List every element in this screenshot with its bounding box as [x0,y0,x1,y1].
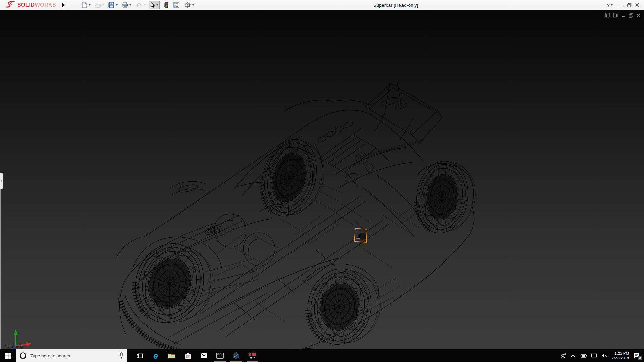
restore-button[interactable] [625,1,633,9]
solidworks-2017-button[interactable]: SW 2017 [244,349,260,362]
view-orientation-label: *Dimetric [5,344,23,349]
titlebar: SOLIDWORKS [0,0,644,10]
taskbar-search[interactable] [16,349,127,362]
select-cursor-icon [150,2,155,8]
edge-button[interactable]: e [148,349,164,362]
right-triangle-icon [62,3,65,7]
search-input[interactable] [30,353,119,358]
selection-corner-handle [355,228,356,229]
solidworks-logo: SOLIDWORKS [0,0,56,10]
featuremanager-collapsed-tab[interactable] [0,173,3,189]
wireframe-car-model[interactable] [0,10,644,349]
chevron-down-icon[interactable] [116,4,118,6]
rear-left-wheel [299,263,386,349]
file-explorer-icon [168,353,175,359]
tray-time: 1:21 PM [612,351,629,356]
window-title: Supercar [Read-only] [373,0,418,10]
doc-minimize-icon[interactable] [621,13,626,17]
panel-splitter-edge[interactable] [0,173,1,349]
mail-button[interactable] [196,349,212,362]
chevron-down-icon [144,4,146,6]
display-pane-left-icon[interactable] [605,13,610,18]
gear-icon [184,2,191,8]
traffic-light-icon [164,2,168,8]
chevron-down-icon[interactable] [89,4,91,6]
solidworks-2017-icon: SW 2017 [248,352,257,359]
open-folder-icon [95,2,101,8]
command-prompt-button[interactable]: C:\_ [212,349,228,362]
people-icon[interactable] [560,353,566,359]
undo-button[interactable] [135,1,147,9]
battery-icon[interactable] [580,354,587,358]
chevron-down-icon[interactable] [611,4,613,6]
tray-clock[interactable]: 1:21 PM 7/23/2018 [612,351,629,360]
menu-expand-button[interactable] [60,1,67,9]
chevron-down-icon[interactable] [156,4,158,6]
file-properties-icon [173,2,179,8]
chevron-down-icon[interactable] [129,4,131,6]
rebuild-button[interactable] [163,1,169,9]
network-icon[interactable] [591,353,597,358]
restore-icon [627,3,632,7]
tray-date: 7/23/2018 [612,356,629,360]
front-right-wheel [251,132,332,224]
doc-close-icon[interactable] [636,13,641,17]
windows-taskbar: e C:\_ [0,349,644,362]
main-toolbar [79,0,196,10]
new-document-button[interactable] [80,1,92,9]
close-button[interactable] [633,1,641,9]
hexagon-app-icon [233,352,240,359]
select-tool-button[interactable] [149,1,160,9]
tray-chevron-up-icon[interactable] [571,354,575,357]
open-document-button[interactable] [94,1,105,9]
task-view-icon [137,353,143,359]
undo-arrow-icon [136,2,142,8]
close-icon [635,3,639,7]
options-button[interactable] [183,1,195,9]
task-view-button[interactable] [131,349,148,362]
minimize-icon [619,3,623,7]
store-button[interactable] [180,349,196,362]
panel-tab-grip-icon [1,180,2,182]
save-floppy-icon [108,2,114,8]
file-explorer-button[interactable] [164,349,180,362]
window-controls: ? [606,0,641,10]
command-prompt-icon: C:\_ [216,353,224,359]
taskbar-apps: e C:\_ [131,349,260,362]
edge-icon: e [153,352,158,360]
solidworks-logo-mark-icon [5,1,15,9]
chevron-down-icon [102,4,104,6]
document-window-controls [605,13,641,18]
cortana-icon[interactable] [19,352,27,359]
brand-text: SOLIDWORKS [17,2,56,8]
printer-icon [122,2,128,8]
hex-app-button[interactable] [228,349,244,362]
doc-restore-icon[interactable] [629,13,633,18]
save-button[interactable] [107,1,119,9]
graphics-area[interactable]: *Dimetric [0,10,644,349]
windows-logo-icon [5,353,11,359]
display-pane-right-icon[interactable] [613,13,618,18]
file-properties-button[interactable] [172,1,180,9]
mail-icon [201,353,208,358]
chevron-down-icon[interactable] [192,4,194,6]
system-tray: 1:21 PM 7/23/2018 3 [560,349,644,362]
print-button[interactable] [121,1,132,9]
minimize-button[interactable] [617,1,625,9]
volume-muted-icon[interactable] [601,353,607,358]
action-center-button[interactable]: 3 [633,353,640,359]
store-icon [185,353,191,359]
start-button[interactable] [0,349,16,362]
rear-right-wheel [409,157,480,237]
new-document-icon [82,2,87,8]
microphone-icon[interactable] [119,352,124,359]
help-button[interactable]: ? [606,1,614,9]
notification-badge: 3 [638,356,642,360]
